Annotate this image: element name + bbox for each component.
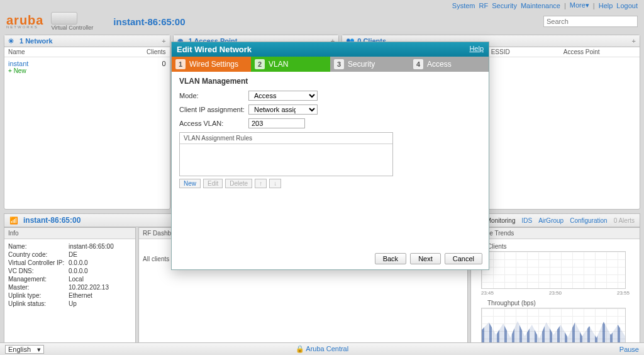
brand-row: aruba NETWORKS Virtual Controller instan… xyxy=(0,11,644,35)
next-button[interactable]: Next xyxy=(410,253,441,264)
rules-move-up-button[interactable]: ↑ xyxy=(255,179,267,188)
rules-new-button[interactable]: New xyxy=(179,179,201,188)
info-uplink-status-label: Uplink status: xyxy=(8,300,69,307)
network-icon: ✳ xyxy=(8,37,16,45)
step-access[interactable]: 4Access xyxy=(409,57,489,72)
info-uplink-type-label: Uplink type: xyxy=(8,292,69,299)
mode-label: Mode: xyxy=(179,92,248,99)
info-vcip-label: Virtual Controller IP: xyxy=(8,259,69,266)
info-vcip-value: 0.0.0.0 xyxy=(69,259,88,266)
aruba-logo: aruba NETWORKS xyxy=(6,14,43,29)
tick: 23:45 xyxy=(481,290,494,296)
virtual-controller-icon: Virtual Controller xyxy=(51,12,93,31)
vlan-assignment-rules-head: VLAN Assignment Rules xyxy=(180,133,392,144)
col-name: Name xyxy=(8,48,147,55)
info-cc-value: DE xyxy=(69,251,77,258)
access-vlan-input[interactable] xyxy=(248,118,305,128)
back-button[interactable]: Back xyxy=(375,253,406,264)
nav-more[interactable]: More▾ xyxy=(570,1,589,9)
aruba-central-link[interactable]: 🔒 Aruba Central xyxy=(296,345,348,353)
network-panel: ✳ 1 Network + Name Clients instant 0 + N… xyxy=(4,35,170,210)
top-nav: System RF Security Maintenance | More▾ |… xyxy=(0,0,644,11)
tab-alerts[interactable]: 0 Alerts xyxy=(614,217,635,224)
tab-configuration[interactable]: Configuration xyxy=(570,217,607,224)
info-master-label: Master: xyxy=(8,284,69,291)
info-cc-label: Country code: xyxy=(8,251,69,258)
tab-airgroup[interactable]: AirGroup xyxy=(538,217,564,224)
info-mgmt-value: Local xyxy=(69,276,84,283)
clients-add-button[interactable]: + xyxy=(632,37,636,45)
nav-separator: | xyxy=(593,2,595,9)
rules-move-down-button[interactable]: ↓ xyxy=(269,179,281,188)
footer: English▾ 🔒 Aruba Central Pause xyxy=(0,342,644,355)
info-vcdns-label: VC DNS: xyxy=(8,268,69,274)
network-row-name[interactable]: instant xyxy=(8,60,162,67)
tab-ids[interactable]: IDS xyxy=(521,217,532,224)
clients-chart-title: Clients xyxy=(487,243,636,250)
client-ip-assignment-label: Client IP assignment: xyxy=(179,106,248,113)
edit-wired-network-dialog: Edit Wired Network Help 1Wired Settings … xyxy=(171,42,489,270)
info-name-value: instant-86:65:00 xyxy=(69,243,114,250)
nav-logout[interactable]: Logout xyxy=(616,2,638,9)
radio-icon: 📶 xyxy=(9,217,18,225)
rules-actions: New Edit Delete ↑ ↓ xyxy=(179,179,481,188)
network-panel-title: 1 Network xyxy=(19,37,53,45)
rules-delete-button[interactable]: Delete xyxy=(225,179,252,188)
col-clients: Clients xyxy=(147,48,166,55)
info-head: Info xyxy=(4,228,135,239)
language-select[interactable]: English▾ xyxy=(5,345,44,354)
nav-help[interactable]: Help xyxy=(599,2,613,9)
search-input[interactable] xyxy=(543,16,638,27)
dialog-footer: Back Next Cancel xyxy=(172,248,489,269)
info-name-label: Name: xyxy=(8,243,69,250)
dialog-body: VLAN Management Mode: Access Client IP a… xyxy=(172,72,489,248)
lower-tabs: Monitoring IDS AirGroup Configuration 0 … xyxy=(486,217,635,224)
tab-monitoring[interactable]: Monitoring xyxy=(486,217,516,224)
nav-security[interactable]: Security xyxy=(492,2,517,9)
network-add-button[interactable]: + xyxy=(162,37,165,45)
col-essid: ESSID xyxy=(491,48,564,55)
info-mgmt-label: Management: xyxy=(8,276,69,283)
lower-title: instant-86:65:00 xyxy=(23,216,80,225)
cancel-button[interactable]: Cancel xyxy=(445,253,482,264)
info-panel: Info Name:instant-86:65:00 Country code:… xyxy=(4,227,136,349)
rules-edit-button[interactable]: Edit xyxy=(203,179,223,188)
usage-trends-panel: Usage Trends Clients 23:4523:5023:55 Thr… xyxy=(470,227,640,349)
step-security[interactable]: 3Security xyxy=(330,57,409,72)
nav-rf[interactable]: RF xyxy=(479,2,489,9)
pause-link[interactable]: Pause xyxy=(619,346,639,353)
clients-chart xyxy=(481,251,626,289)
tick: 23:55 xyxy=(617,290,630,296)
info-uplink-type-value: Ethernet xyxy=(69,292,92,299)
dialog-title-bar: Edit Wired Network Help xyxy=(172,42,489,57)
client-ip-assignment-select[interactable]: Network assigned xyxy=(248,104,318,115)
network-new-link[interactable]: + New xyxy=(8,67,166,74)
nav-system[interactable]: System xyxy=(452,2,475,9)
nav-separator: | xyxy=(564,2,566,9)
info-uplink-status-value: Up xyxy=(69,300,77,307)
step-vlan[interactable]: 2VLAN xyxy=(251,57,330,72)
dialog-title: Edit Wired Network xyxy=(177,45,252,54)
info-master-value: 10.202.202.13 xyxy=(69,284,109,291)
access-vlan-label: Access VLAN: xyxy=(179,120,248,127)
mode-select[interactable]: Access xyxy=(248,91,318,101)
instance-name: instant-86:65:00 xyxy=(113,16,185,27)
throughput-chart xyxy=(481,308,626,346)
usage-head: Usage Trends xyxy=(471,228,640,239)
network-row-clients: 0 xyxy=(162,60,166,67)
vlan-assignment-rules-box: VLAN Assignment Rules xyxy=(179,132,393,176)
info-vcdns-value: 0.0.0.0 xyxy=(69,268,88,274)
wizard-steps: 1Wired Settings 2VLAN 3Security 4Access xyxy=(172,57,489,72)
step-wired-settings[interactable]: 1Wired Settings xyxy=(172,57,251,72)
tick: 23:50 xyxy=(549,290,562,296)
throughput-chart-title: Throughput (bps) xyxy=(487,300,636,307)
vlan-management-heading: VLAN Management xyxy=(179,77,481,86)
col-ap: Access Point xyxy=(564,48,636,55)
dialog-help-link[interactable]: Help xyxy=(469,45,484,54)
nav-maintenance[interactable]: Maintenance xyxy=(521,2,560,9)
